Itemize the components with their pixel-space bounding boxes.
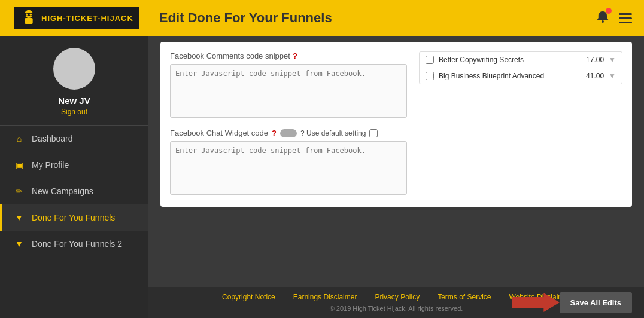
logo-box: HIGH-TICKET-HIJACK [12, 5, 141, 31]
notification-bell[interactable] [596, 10, 609, 26]
sidebar-label-done-for-you-funnels: Done For You Funnels [32, 213, 115, 222]
fb-comments-label: Facebook Comments code snippet ? [170, 51, 407, 60]
svg-marker-6 [512, 293, 560, 312]
fb-comments-textarea[interactable] [170, 64, 407, 118]
sidebar-nav: ⌂ Dashboard ▣ My Profile ✏ New Campaigns… [0, 126, 148, 257]
use-default-label: ? Use default setting [300, 129, 366, 137]
svg-point-3 [26, 14, 28, 16]
footer: Copyright Notice Earnings Disclaimer Pri… [148, 287, 644, 318]
table-row: Better Copywriting Secrets 17.00 ▼ [420, 52, 622, 68]
product-dropdown-0[interactable]: ▼ [609, 56, 616, 64]
product-price-1: 41.00 [571, 72, 604, 80]
signout-link[interactable]: Sign out [61, 108, 87, 116]
notification-badge [606, 8, 612, 14]
sidebar-item-new-campaigns[interactable]: ✏ New Campaigns [0, 178, 148, 204]
header: HIGH-TICKET-HIJACK Edit Done For Your Fu… [0, 0, 644, 36]
product-checkbox-0[interactable] [426, 56, 434, 64]
product-checkbox-1[interactable] [426, 72, 434, 80]
dashboard-icon: ⌂ [14, 134, 25, 143]
fb-chat-help-icon[interactable]: ? [272, 129, 277, 137]
sidebar-item-my-profile[interactable]: ▣ My Profile [0, 152, 148, 178]
products-table: Better Copywriting Secrets 17.00 ▼ Big B… [419, 51, 622, 84]
form-row: Facebook Comments code snippet ? Faceboo… [170, 51, 622, 197]
form-right: Better Copywriting Secrets 17.00 ▼ Big B… [419, 51, 622, 197]
funnels2-icon: ▼ [14, 239, 25, 249]
svg-rect-1 [25, 18, 32, 24]
product-name-0: Better Copywriting Secrets [439, 56, 566, 64]
sidebar-label-done-for-you-funnels-2: Done For You Funnels 2 [32, 239, 122, 249]
profile-icon: ▣ [14, 160, 25, 170]
content-scroll: Facebook Comments code snippet ? Faceboo… [148, 36, 644, 287]
page-title: Edit Done For Your Funnels [159, 10, 596, 26]
svg-rect-2 [24, 13, 34, 16]
sidebar-item-done-for-you-funnels[interactable]: ▼ Done For You Funnels [0, 204, 148, 231]
logo-icon [20, 9, 38, 27]
save-all-edits-button[interactable]: Save All Edits [560, 292, 633, 313]
fb-comments-help-icon[interactable]: ? [293, 51, 297, 60]
footer-link-tos[interactable]: Terms of Service [438, 293, 491, 301]
svg-point-5 [602, 20, 604, 23]
chat-toggle[interactable] [280, 129, 297, 137]
footer-link-privacy[interactable]: Privacy Policy [375, 293, 420, 301]
product-name-1: Big Business Blueprint Advanced [439, 72, 566, 80]
fb-chat-label-row: Facebook Chat Widget code ? ? Use defaul… [170, 129, 407, 137]
main-layout: New JV Sign out ⌂ Dashboard ▣ My Profile… [0, 36, 644, 318]
sidebar-item-dashboard[interactable]: ⌂ Dashboard [0, 126, 148, 152]
logo-area: HIGH-TICKET-HIJACK [12, 5, 141, 31]
product-price-0: 17.00 [571, 56, 604, 64]
content-area: Facebook Comments code snippet ? Faceboo… [148, 36, 644, 318]
sidebar: New JV Sign out ⌂ Dashboard ▣ My Profile… [0, 36, 148, 318]
save-arrow-icon [512, 291, 560, 314]
footer-link-earnings[interactable]: Earnings Disclaimer [293, 293, 357, 301]
product-dropdown-1[interactable]: ▼ [609, 72, 616, 80]
campaigns-icon: ✏ [14, 186, 25, 196]
svg-point-4 [30, 14, 32, 16]
table-row: Big Business Blueprint Advanced 41.00 ▼ [420, 68, 622, 84]
form-panel: Facebook Comments code snippet ? Faceboo… [160, 42, 632, 207]
username: New JV [58, 96, 90, 106]
fb-chat-textarea[interactable] [170, 141, 407, 195]
hamburger-menu[interactable] [619, 13, 632, 23]
save-button-wrap: Save All Edits [512, 291, 633, 314]
footer-link-copyright[interactable]: Copyright Notice [222, 293, 275, 301]
profile-section: New JV Sign out [0, 36, 148, 126]
use-default-checkbox[interactable] [369, 129, 378, 137]
sidebar-label-dashboard: Dashboard [32, 134, 73, 143]
header-icons [596, 10, 632, 26]
sidebar-label-my-profile: My Profile [32, 160, 69, 170]
avatar [53, 48, 95, 90]
logo-text: HIGH-TICKET-HIJACK [41, 14, 133, 23]
funnels-icon: ▼ [14, 213, 25, 222]
sidebar-label-new-campaigns: New Campaigns [32, 186, 93, 196]
form-left: Facebook Comments code snippet ? Faceboo… [170, 51, 407, 197]
sidebar-item-done-for-you-funnels-2[interactable]: ▼ Done For You Funnels 2 [0, 231, 148, 257]
